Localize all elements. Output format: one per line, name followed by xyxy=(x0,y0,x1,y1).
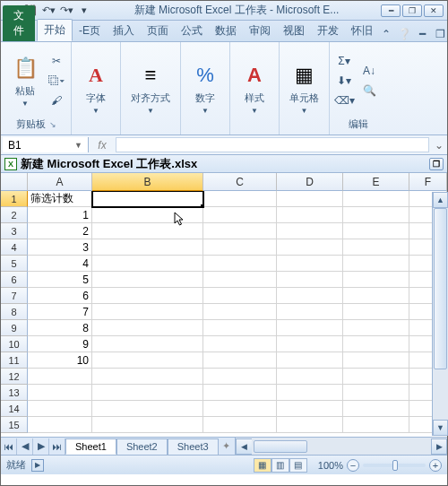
cell[interactable] xyxy=(203,385,277,401)
cell[interactable] xyxy=(92,272,203,288)
cell[interactable] xyxy=(203,304,277,320)
qat-dropdown-icon[interactable]: ▾ xyxy=(76,3,92,19)
cell[interactable] xyxy=(92,223,203,239)
mdi-minimize-icon[interactable]: ━ xyxy=(415,27,429,41)
redo-icon[interactable]: ↷▾ xyxy=(58,3,74,19)
cell[interactable] xyxy=(343,385,409,401)
cell[interactable] xyxy=(203,288,277,304)
cell[interactable] xyxy=(277,336,343,352)
cell[interactable] xyxy=(343,239,409,256)
vscroll-thumb[interactable] xyxy=(434,208,447,369)
cell[interactable]: 1 xyxy=(28,207,92,223)
tab-review[interactable]: 审阅 xyxy=(243,21,277,41)
cell[interactable] xyxy=(277,191,343,207)
row-header[interactable]: 3 xyxy=(1,223,28,239)
cell[interactable] xyxy=(203,256,277,272)
scroll-up-icon[interactable]: ▲ xyxy=(433,192,448,208)
column-header-C[interactable]: C xyxy=(203,173,277,191)
sheet-nav-last-icon[interactable]: ⏭ xyxy=(49,438,65,455)
cell[interactable] xyxy=(343,207,409,223)
cell[interactable] xyxy=(92,239,203,256)
column-header-A[interactable]: A xyxy=(28,173,92,191)
cells-button[interactable]: ▦ 单元格 ▼ xyxy=(285,58,323,117)
cell[interactable] xyxy=(343,401,409,417)
cell[interactable] xyxy=(92,417,203,433)
cut-icon[interactable]: ✂ xyxy=(47,52,65,70)
name-box[interactable]: B1 ▼ xyxy=(3,137,89,152)
select-all-button[interactable] xyxy=(1,173,28,191)
workbook-icon[interactable]: X xyxy=(4,158,17,170)
cell[interactable] xyxy=(92,207,203,223)
tab-dev[interactable]: 开发 xyxy=(311,21,345,41)
restore-button[interactable]: ❐ xyxy=(402,4,422,17)
cell[interactable]: 6 xyxy=(28,288,92,304)
cell[interactable]: 4 xyxy=(28,256,92,272)
zoom-level[interactable]: 100% xyxy=(318,460,343,471)
hscroll-thumb[interactable] xyxy=(254,440,307,453)
cell[interactable] xyxy=(92,288,203,304)
cell[interactable] xyxy=(28,417,92,433)
vertical-scrollbar[interactable]: ▲ ▼ xyxy=(432,192,448,436)
sum-icon[interactable]: Σ▾ xyxy=(335,52,353,70)
cell[interactable] xyxy=(343,417,409,433)
view-pagebreak-icon[interactable]: ▤ xyxy=(289,458,307,473)
view-normal-icon[interactable]: ▦ xyxy=(254,458,271,473)
cell[interactable] xyxy=(92,352,203,369)
cell[interactable] xyxy=(343,352,409,369)
cell[interactable] xyxy=(343,272,409,288)
row-header[interactable]: 5 xyxy=(1,256,28,272)
scroll-left-icon[interactable]: ◀ xyxy=(236,438,252,455)
tab-1[interactable]: -E页 xyxy=(73,21,107,41)
row-header[interactable]: 12 xyxy=(1,369,28,385)
cell[interactable] xyxy=(28,401,92,417)
cell[interactable] xyxy=(343,256,409,272)
sheet-nav-first-icon[interactable]: ⏮ xyxy=(1,438,17,455)
sheet-nav-next-icon[interactable]: ▶ xyxy=(33,438,49,455)
tab-formula[interactable]: 公式 xyxy=(175,21,209,41)
row-header[interactable]: 10 xyxy=(1,336,28,352)
cell[interactable] xyxy=(277,352,343,369)
sheet-tab[interactable]: Sheet3 xyxy=(168,438,219,455)
clear-icon[interactable]: ⌫▾ xyxy=(335,91,353,109)
cell[interactable] xyxy=(92,336,203,352)
tab-view[interactable]: 视图 xyxy=(277,21,311,41)
close-button[interactable]: ✕ xyxy=(424,4,444,17)
tab-home[interactable]: 开始 xyxy=(37,19,73,41)
sort-icon[interactable]: A↓ xyxy=(357,62,382,80)
cell[interactable]: 5 xyxy=(28,272,92,288)
scroll-down-icon[interactable]: ▼ xyxy=(433,420,448,436)
row-header[interactable]: 13 xyxy=(1,385,28,401)
cell[interactable]: 8 xyxy=(28,320,92,336)
cell[interactable] xyxy=(343,288,409,304)
cell[interactable] xyxy=(277,207,343,223)
cell[interactable] xyxy=(343,369,409,385)
macro-record-icon[interactable]: ▶ xyxy=(31,459,44,472)
cell[interactable] xyxy=(343,336,409,352)
tab-data[interactable]: 数据 xyxy=(209,21,243,41)
column-header-B[interactable]: B xyxy=(92,173,203,191)
scroll-right-icon[interactable]: ▶ xyxy=(431,438,447,455)
cell[interactable] xyxy=(92,304,203,320)
cell[interactable] xyxy=(277,288,343,304)
font-button[interactable]: A 字体 ▼ xyxy=(77,58,115,117)
help-icon[interactable]: ❔ xyxy=(397,27,411,41)
cell[interactable] xyxy=(203,336,277,352)
cell[interactable] xyxy=(92,385,203,401)
copy-icon[interactable]: ⿻▾ xyxy=(47,72,65,90)
align-button[interactable]: ≡ 对齐方式 ▼ xyxy=(126,58,175,117)
cell[interactable] xyxy=(343,191,409,207)
row-header[interactable]: 8 xyxy=(1,304,28,320)
cell[interactable] xyxy=(277,401,343,417)
cell[interactable] xyxy=(277,272,343,288)
row-header[interactable]: 11 xyxy=(1,352,28,369)
undo-icon[interactable]: ↶▾ xyxy=(40,3,56,19)
row-header[interactable]: 7 xyxy=(1,288,28,304)
cell[interactable] xyxy=(343,223,409,239)
tab-retro[interactable]: 怀旧 xyxy=(345,21,379,41)
cell[interactable] xyxy=(277,239,343,256)
styles-button[interactable]: A 样式 ▼ xyxy=(236,58,273,117)
sheet-tab[interactable]: Sheet2 xyxy=(116,438,168,455)
cell[interactable] xyxy=(28,385,92,401)
cell[interactable] xyxy=(92,401,203,417)
cell[interactable] xyxy=(203,417,277,433)
